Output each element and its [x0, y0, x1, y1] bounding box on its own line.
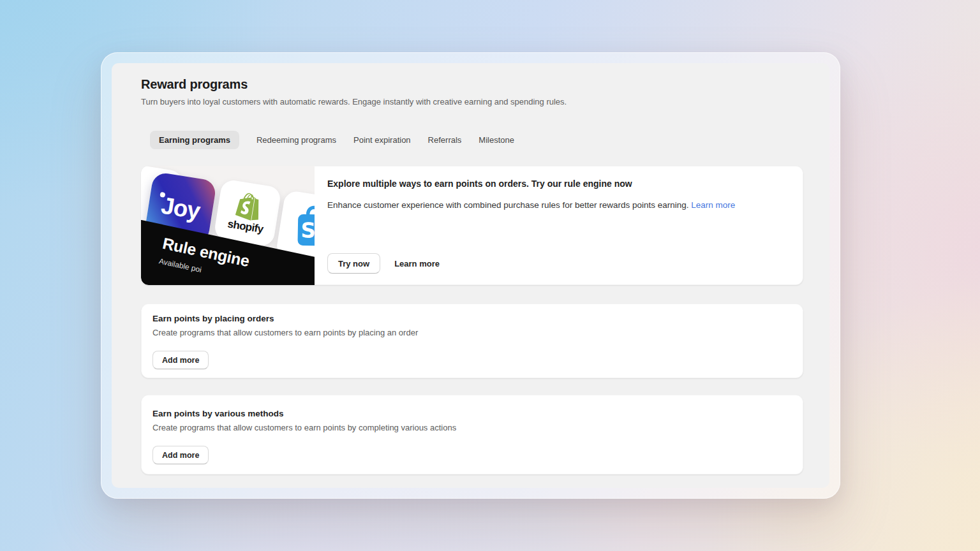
rewards-page-panel: Reward programs Turn buyers into loyal c…: [112, 63, 829, 488]
page-title: Reward programs: [141, 77, 803, 92]
tab-milestone[interactable]: Milestone: [479, 135, 514, 145]
card-title: Earn points by placing orders: [152, 314, 788, 324]
try-now-button[interactable]: Try now: [327, 253, 380, 274]
tab-referrals[interactable]: Referrals: [428, 135, 462, 145]
banner-body-text: Enhance customer experience with combine…: [327, 200, 689, 210]
shop-bag-icon: S: [290, 200, 315, 256]
tab-redeeming-programs[interactable]: Redeeming programs: [256, 135, 336, 145]
card-description: Create programs that allow customers to …: [152, 328, 788, 338]
rule-engine-banner: Joy shopify S Rule: [141, 166, 803, 285]
banner-learn-more-link[interactable]: Learn more: [691, 200, 735, 210]
earn-by-orders-card: Earn points by placing orders Create pro…: [141, 304, 803, 378]
program-tabs: Earning programs Redeeming programs Poin…: [150, 131, 803, 149]
app-window-frame: Reward programs Turn buyers into loyal c…: [101, 52, 840, 499]
banner-actions: Try now Learn more: [327, 253, 788, 274]
learn-more-button[interactable]: Learn more: [387, 253, 447, 274]
add-more-methods-button[interactable]: Add more: [152, 446, 209, 464]
tab-point-expiration[interactable]: Point expiration: [353, 135, 411, 145]
banner-body: Enhance customer experience with combine…: [327, 200, 788, 210]
svg-text:S: S: [301, 218, 315, 242]
desktop-background: { "page": { "title": "Reward programs", …: [0, 0, 980, 551]
joy-logo-text: Joy: [160, 193, 202, 223]
card-description: Create programs that allow customers to …: [152, 423, 788, 433]
shopify-bag-icon: [235, 191, 263, 221]
banner-content: Explore multiple ways to earn points on …: [315, 166, 803, 285]
add-more-orders-button[interactable]: Add more: [152, 351, 209, 369]
earn-by-methods-card: Earn points by various methods Create pr…: [141, 395, 803, 474]
card-title: Earn points by various methods: [152, 409, 788, 419]
tab-earning-programs[interactable]: Earning programs: [150, 131, 239, 149]
banner-artwork: Joy shopify S Rule: [141, 166, 315, 285]
banner-heading: Explore multiple ways to earn points on …: [327, 178, 788, 189]
page-subtitle: Turn buyers into loyal customers with au…: [141, 97, 803, 107]
